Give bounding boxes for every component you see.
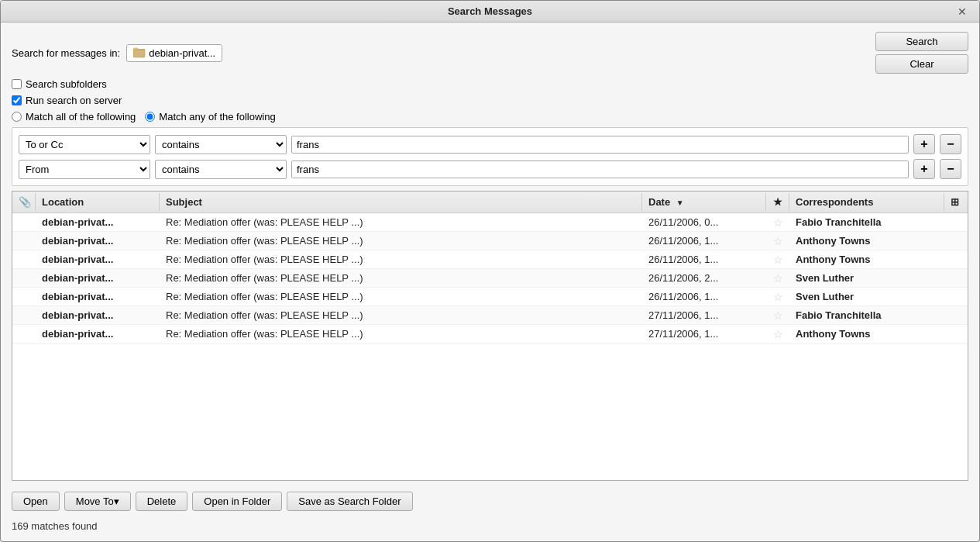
table-row[interactable]: debian-privat... Re: Mediation offer (wa… (12, 306, 968, 325)
criteria-value-2[interactable] (291, 161, 909, 178)
col-header-subject[interactable]: Subject (160, 193, 642, 211)
open-in-folder-button[interactable]: Open in Folder (192, 492, 282, 511)
col-header-correspondents[interactable]: Correspondents (789, 193, 944, 211)
cell-thread (944, 313, 968, 318)
match-all-radio[interactable] (12, 112, 22, 122)
matches-count: 169 matches found (12, 520, 98, 532)
thread-header-icon: ⊞ (951, 196, 959, 208)
titlebar: Search Messages ✕ (1, 1, 979, 22)
table-row[interactable]: debian-privat... Re: Mediation offer (wa… (12, 213, 968, 232)
cell-correspondents: Sven Luther (789, 270, 944, 286)
cell-correspondents: Sven Luther (789, 288, 944, 305)
star-icon: ☆ (773, 216, 783, 229)
search-subfolders-label[interactable]: Search subfolders (12, 78, 107, 90)
cell-attach (12, 257, 36, 262)
cell-thread (944, 332, 968, 337)
cell-subject: Re: Mediation offer (was: PLEASE HELP ..… (160, 288, 642, 305)
criteria-field-2[interactable]: To or Cc From Subject Body (19, 160, 150, 179)
cell-correspondents: Anthony Towns (789, 251, 944, 268)
cell-star[interactable]: ☆ (766, 288, 789, 306)
delete-button[interactable]: Delete (136, 492, 188, 511)
cell-date: 27/11/2006, 1... (642, 307, 766, 323)
match-row: Match all of the following Match any of … (12, 111, 968, 123)
cell-star[interactable]: ☆ (766, 270, 789, 287)
table-row[interactable]: debian-privat... Re: Mediation offer (wa… (12, 288, 968, 306)
match-all-label[interactable]: Match all of the following (12, 111, 136, 123)
cell-subject: Re: Mediation offer (was: PLEASE HELP ..… (160, 270, 642, 286)
cell-date: 26/11/2006, 0... (642, 214, 766, 230)
table-row[interactable]: debian-privat... Re: Mediation offer (wa… (12, 325, 968, 343)
action-buttons-right: Search Clear (875, 32, 968, 74)
star-icon: ☆ (773, 328, 783, 340)
move-to-button[interactable]: Move To▾ (64, 492, 131, 511)
col-header-star[interactable]: ★ (766, 193, 789, 211)
cell-subject: Re: Mediation offer (was: PLEASE HELP ..… (160, 326, 642, 342)
cell-location: debian-privat... (36, 233, 160, 249)
cell-thread (944, 276, 968, 281)
col-header-location[interactable]: Location (36, 193, 160, 211)
criteria-row-2: To or Cc From Subject Body contains does… (19, 159, 961, 179)
folder-icon (133, 47, 146, 58)
cell-star[interactable]: ☆ (766, 214, 789, 231)
table-row[interactable]: debian-privat... Re: Mediation offer (wa… (12, 250, 968, 269)
open-button[interactable]: Open (12, 492, 60, 511)
cell-location: debian-privat... (36, 270, 160, 286)
folder-selector-button[interactable]: debian-privat... (126, 44, 222, 62)
criteria-value-1[interactable] (291, 136, 909, 154)
cell-star[interactable]: ☆ (766, 251, 789, 268)
criteria-row-1: To or Cc From Subject Body contains does… (19, 134, 961, 154)
cell-subject: Re: Mediation offer (was: PLEASE HELP ..… (160, 214, 642, 230)
table-row[interactable]: debian-privat... Re: Mediation offer (wa… (12, 232, 968, 250)
results-header: 📎 Location Subject Date ▼ ★ Corresponden… (12, 192, 968, 213)
cell-attach (12, 295, 36, 299)
svg-rect-0 (133, 50, 145, 57)
criteria-field-1[interactable]: To or Cc From Subject Body (19, 135, 150, 154)
remove-criteria-1-button[interactable]: − (940, 134, 961, 154)
remove-criteria-2-button[interactable]: − (940, 159, 961, 179)
cell-star[interactable]: ☆ (766, 326, 789, 343)
clear-button[interactable]: Clear (875, 54, 968, 74)
run-search-on-server-checkbox[interactable] (12, 95, 22, 105)
folder-name: debian-privat... (149, 47, 215, 59)
main-content: Search for messages in: debian-privat...… (1, 22, 979, 541)
cell-attach (12, 313, 36, 318)
cell-location: debian-privat... (36, 288, 160, 305)
cell-attach (12, 239, 36, 243)
add-criteria-2-button[interactable]: + (913, 159, 935, 179)
options-row: Search subfolders (12, 78, 968, 90)
star-icon: ☆ (773, 254, 783, 266)
run-search-on-server-label[interactable]: Run search on server (12, 95, 122, 106)
results-section: 📎 Location Subject Date ▼ ★ Corresponden… (12, 191, 968, 481)
search-subfolders-checkbox[interactable] (12, 79, 22, 89)
cell-location: debian-privat... (36, 214, 160, 230)
search-messages-window: Search Messages ✕ Search for messages in… (0, 0, 980, 542)
close-button[interactable]: ✕ (953, 4, 971, 19)
status-bar: 169 matches found (12, 519, 968, 535)
search-in-row: Search for messages in: debian-privat...… (12, 32, 968, 74)
cell-correspondents: Anthony Towns (789, 233, 944, 249)
col-header-thread[interactable]: ⊞ (944, 193, 968, 211)
col-header-attach[interactable]: 📎 (12, 193, 36, 211)
criteria-condition-1[interactable]: contains does not contain is begins with (155, 135, 287, 154)
cell-star[interactable]: ☆ (766, 307, 789, 324)
col-header-date[interactable]: Date ▼ (642, 193, 766, 211)
cell-date: 27/11/2006, 1... (642, 326, 766, 342)
cell-thread (944, 239, 968, 243)
attach-icon: 📎 (19, 196, 31, 208)
cell-attach (12, 276, 36, 281)
cell-correspondents: Anthony Towns (789, 326, 944, 342)
search-button[interactable]: Search (875, 32, 968, 51)
cell-date: 26/11/2006, 1... (642, 233, 766, 249)
cell-location: debian-privat... (36, 326, 160, 342)
match-any-radio[interactable] (145, 112, 155, 122)
cell-subject: Re: Mediation offer (was: PLEASE HELP ..… (160, 233, 642, 249)
cell-star[interactable]: ☆ (766, 233, 789, 250)
cell-date: 26/11/2006, 2... (642, 270, 766, 286)
add-criteria-1-button[interactable]: + (913, 134, 935, 154)
save-as-search-folder-button[interactable]: Save as Search Folder (287, 492, 412, 511)
match-any-label[interactable]: Match any of the following (145, 111, 275, 123)
table-row[interactable]: debian-privat... Re: Mediation offer (wa… (12, 269, 968, 288)
run-search-row: Run search on server (12, 95, 968, 106)
criteria-condition-2[interactable]: contains does not contain is begins with (155, 160, 287, 179)
star-icon: ☆ (773, 272, 783, 285)
